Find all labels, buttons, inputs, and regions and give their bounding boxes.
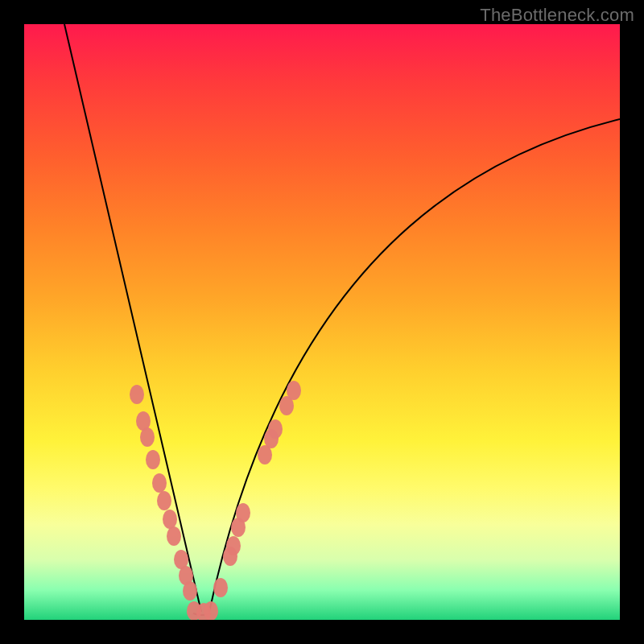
outer-frame: TheBottleneck.com — [0, 0, 644, 644]
data-marker — [167, 526, 181, 546]
data-marker — [130, 385, 144, 404]
watermark-text: TheBottleneck.com — [480, 5, 634, 26]
data-marker — [213, 578, 228, 597]
data-marker — [163, 510, 177, 529]
data-marker — [236, 503, 250, 522]
data-marker — [287, 381, 301, 400]
data-marker — [268, 419, 283, 439]
plot-area — [24, 24, 620, 620]
chart-svg — [24, 24, 620, 620]
data-marker — [146, 450, 160, 469]
data-marker — [226, 536, 241, 555]
data-marker — [204, 601, 218, 620]
data-marker — [183, 581, 197, 601]
right-curve — [209, 119, 620, 612]
left-curve — [64, 24, 201, 612]
data-marker — [157, 491, 171, 510]
data-marker — [152, 473, 167, 493]
data-marker — [140, 427, 155, 447]
